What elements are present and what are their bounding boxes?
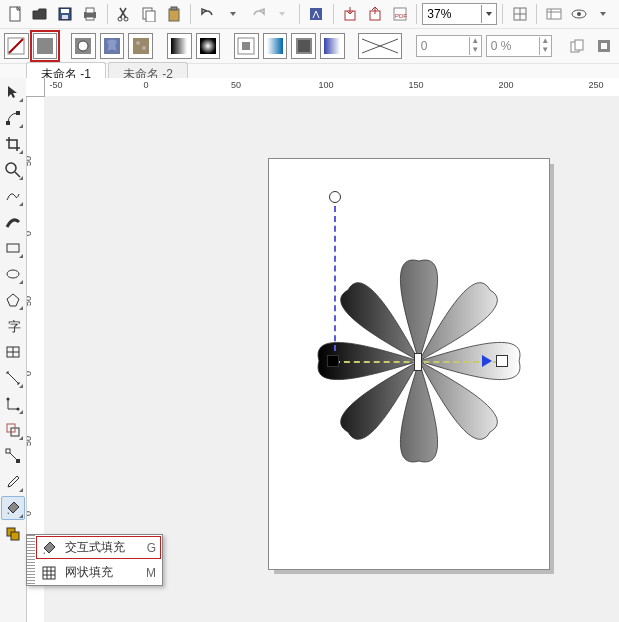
eyedropper-tool[interactable]	[1, 470, 25, 494]
flyout-grip[interactable]	[27, 535, 35, 585]
zoom-dropdown-icon[interactable]	[481, 5, 496, 23]
connector-tool[interactable]	[1, 392, 25, 416]
postscript-button[interactable]	[320, 33, 345, 59]
svg-rect-59	[16, 459, 20, 463]
gradient-direction-arrow-icon	[482, 355, 492, 367]
svg-rect-33	[200, 38, 216, 54]
search-button[interactable]	[305, 2, 328, 26]
dimension-tool[interactable]	[1, 366, 25, 390]
freehand-tool[interactable]	[1, 184, 25, 208]
svg-point-30	[136, 41, 140, 45]
pdf-button[interactable]: PDF	[389, 2, 412, 26]
rectangle-tool[interactable]	[1, 236, 25, 260]
uniform-fill-button[interactable]	[33, 33, 58, 59]
snap-button[interactable]	[508, 2, 531, 26]
svg-rect-6	[86, 17, 94, 20]
undo-dd-button[interactable]	[221, 2, 244, 26]
edit-fill-button[interactable]	[592, 34, 615, 58]
interactive-fill-tool[interactable]	[1, 496, 25, 520]
cut-button[interactable]	[113, 2, 136, 26]
gradient-angle-handle[interactable]	[329, 191, 341, 203]
redo-dd-button[interactable]	[271, 2, 294, 26]
svg-point-51	[7, 270, 19, 278]
polygon-tool[interactable]	[1, 288, 25, 312]
full-color-button[interactable]	[291, 33, 316, 59]
artistic-media-tool[interactable]	[1, 210, 25, 234]
mesh-icon	[41, 565, 57, 581]
flyout-label: 交互式填充	[65, 539, 139, 556]
horizontal-ruler[interactable]: -50 0 50 100 150 200 250	[26, 78, 619, 97]
two-color-button[interactable]	[234, 33, 259, 59]
transparency-tool[interactable]	[1, 444, 25, 468]
blend-mode-button[interactable]	[358, 33, 402, 59]
svg-rect-58	[6, 449, 10, 453]
svg-text:字: 字	[8, 319, 21, 334]
down-arrow-icon[interactable]: ▼	[469, 46, 481, 55]
copy-fill-button[interactable]	[565, 34, 588, 58]
gradient-end-handle[interactable]	[496, 355, 508, 367]
gradient-perpendicular-line[interactable]	[334, 196, 336, 361]
radial-gradient-button[interactable]	[196, 33, 221, 59]
svg-rect-35	[242, 42, 250, 50]
smart-fill-tool[interactable]	[1, 522, 25, 546]
svg-rect-50	[7, 244, 19, 252]
export-button[interactable]	[364, 2, 387, 26]
svg-rect-61	[11, 532, 19, 540]
zoom-tool[interactable]	[1, 158, 25, 182]
svg-rect-10	[146, 11, 155, 22]
svg-rect-12	[171, 7, 177, 10]
svg-rect-39	[324, 38, 340, 54]
svg-point-54	[7, 398, 10, 401]
import-button[interactable]	[339, 2, 362, 26]
opacity-spinner[interactable]: ▲▼	[486, 35, 552, 57]
texture-fill-button[interactable]	[128, 33, 153, 59]
no-fill-button[interactable]	[4, 33, 29, 59]
edge-pad-input[interactable]	[417, 39, 469, 53]
fountain-fill-button[interactable]	[71, 33, 96, 59]
preview-button[interactable]	[567, 2, 590, 26]
effects-tool[interactable]	[1, 418, 25, 442]
pattern-fill-button[interactable]	[100, 33, 125, 59]
svg-point-31	[142, 46, 146, 50]
svg-rect-19	[547, 9, 561, 19]
flyout-item-mesh-fill[interactable]: 网状填充 M	[35, 560, 162, 585]
bitmap-pattern-button[interactable]	[263, 33, 288, 59]
fill-toolbar: ▲▼ ▲▼	[0, 29, 619, 64]
svg-rect-2	[61, 9, 69, 13]
more-button[interactable]	[592, 2, 615, 26]
linear-gradient-button[interactable]	[167, 33, 192, 59]
crop-tool[interactable]	[1, 132, 25, 156]
svg-point-21	[577, 12, 581, 16]
copy-button[interactable]	[137, 2, 160, 26]
edge-pad-spinner[interactable]: ▲▼	[416, 35, 482, 57]
zoom-combo[interactable]: 37%	[422, 3, 497, 25]
paste-button[interactable]	[162, 2, 185, 26]
opacity-input[interactable]	[487, 39, 539, 53]
svg-point-48	[6, 163, 16, 173]
text-tool[interactable]: 字	[1, 314, 25, 338]
zoom-input[interactable]: 37%	[423, 7, 481, 21]
svg-rect-45	[601, 43, 607, 49]
shape-tool[interactable]	[1, 106, 25, 130]
pick-tool[interactable]	[1, 80, 25, 104]
gradient-start-handle[interactable]	[327, 355, 339, 367]
flyout-shortcut: M	[146, 566, 156, 580]
options-button[interactable]	[542, 2, 565, 26]
redo-button[interactable]	[246, 2, 269, 26]
gradient-midpoint-handle[interactable]	[414, 353, 422, 371]
save-button[interactable]	[54, 2, 77, 26]
svg-rect-24	[37, 38, 53, 54]
down-arrow-icon[interactable]: ▼	[539, 46, 551, 55]
svg-rect-11	[169, 9, 179, 21]
new-doc-button[interactable]	[4, 2, 27, 26]
undo-button[interactable]	[196, 2, 219, 26]
print-button[interactable]	[79, 2, 102, 26]
table-tool[interactable]	[1, 340, 25, 364]
open-button[interactable]	[29, 2, 52, 26]
svg-rect-46	[6, 121, 10, 125]
flyout-item-interactive-fill[interactable]: 交互式填充 G	[35, 535, 162, 560]
flyout-label: 网状填充	[65, 564, 138, 581]
ruler-origin[interactable]	[26, 78, 45, 97]
ellipse-tool[interactable]	[1, 262, 25, 286]
svg-rect-62	[43, 567, 55, 579]
